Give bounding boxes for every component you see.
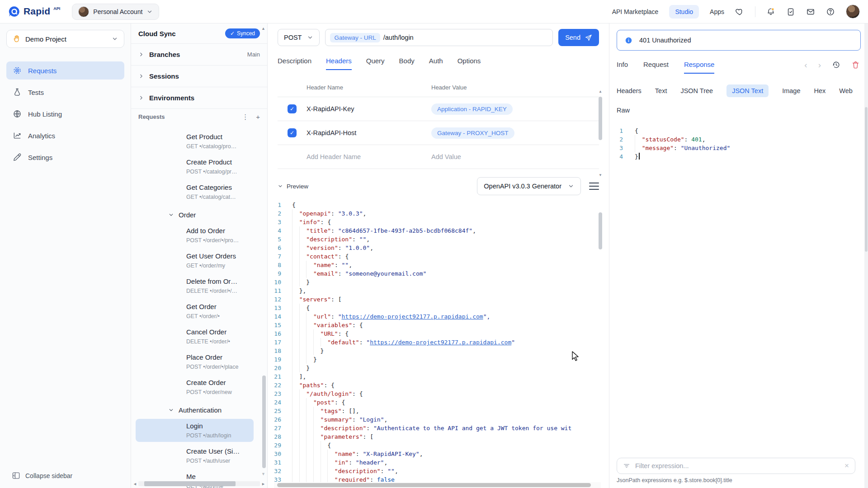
code-line: 1{ [268,201,609,209]
sidebar-item-settings[interactable]: Settings [6,148,124,166]
tree-item-get-order[interactable]: Get OrderGET •/order/• [136,300,254,323]
tree-item-create-order[interactable]: Create OrderPOST •/order/new [136,375,254,399]
generator-select[interactable]: OpenAPI v3.0.3 Generator [477,177,581,195]
project-switcher[interactable]: Demo Project [6,30,124,48]
tree-item-create-user-si[interactable]: Create User (Si…POST •/auth/user [136,444,254,467]
add-request-icon[interactable]: + [256,113,260,121]
explorer-section-sessions[interactable]: Sessions [131,65,267,87]
method-select[interactable]: POST [278,29,320,46]
tree-vertical-scrollbar[interactable] [262,375,266,468]
tab-auth[interactable]: Auth [429,57,443,70]
tree-item-create-product[interactable]: Create ProductPOST •/catalog/pr… [136,155,254,178]
favorites-heart-icon[interactable] [735,7,744,16]
preview-menu-icon[interactable] [589,183,599,190]
response-panel: 401 Unauthorized InfoRequestResponse ‹ ›… [609,23,868,488]
tree-item-get-categories[interactable]: Get CategoriesGET •/catalog/cat… [136,180,254,203]
url-path: /auth/login [383,34,414,41]
tab-options[interactable]: Options [458,57,481,70]
help-icon[interactable] [826,7,835,16]
send-button[interactable]: Send [558,29,599,46]
add-header-value-input[interactable]: Add Value [431,153,599,160]
tree-item-delete-from-or[interactable]: Delete from Or…DELETE •/order/•/… [136,274,254,297]
preview-toggle[interactable]: Preview [278,183,308,190]
header-enabled-checkbox[interactable]: ✓ [288,104,297,113]
scroll-left-icon[interactable]: ◄ [133,482,137,486]
response-tab-request[interactable]: Request [643,61,669,74]
tree-item-place-order[interactable]: Place OrderPOST •/order/•/place [136,350,254,373]
view-tab-raw[interactable]: Raw [617,104,630,117]
tree-item-get-user-orders[interactable]: Get User OrdersGET •/order/my [136,249,254,272]
more-options-icon[interactable]: ⋮ [242,113,249,121]
history-icon[interactable] [832,61,840,69]
tree-item-cancel-order[interactable]: Cancel OrderDELETE •/order/• [136,325,254,348]
tasks-clipboard-icon[interactable] [786,7,795,16]
header-name[interactable]: X-RapidAPI-Host [307,129,431,136]
line-number: 8 [268,261,281,269]
tree-item-login[interactable]: LoginPOST •/auth/login [136,419,254,442]
tree-item-add-to-order[interactable]: Add to OrderPOST •/order/•/pro… [136,224,254,247]
line-number: 21 [268,372,281,381]
tree-item-get-product[interactable]: Get ProductGET •/catalog/pro… [136,130,254,153]
tree-horizontal-scrollbar[interactable]: ◄ ► [133,480,265,487]
view-tab-json-tree[interactable]: JSON Tree [680,84,713,97]
nav-apps[interactable]: Apps [710,8,724,15]
sidebar-item-requests[interactable]: Requests [6,61,124,80]
user-avatar[interactable] [846,5,860,19]
view-tab-json-text[interactable]: JSON Text [726,84,769,97]
header-enabled-checkbox[interactable]: ✓ [288,128,297,137]
sidebar-item-analytics[interactable]: Analytics [6,127,124,145]
tab-query[interactable]: Query [366,57,385,70]
sidebar-item-label: Settings [28,154,52,161]
openapi-code-editor[interactable]: 1{2 "openapi": "3.0.3",3 "info": {4 "tit… [268,201,609,484]
filter-expression-input[interactable]: Filter expression... × [617,458,855,474]
header-value-chip[interactable]: Application - RAPID_KEY [431,103,513,115]
sidebar-item-label: Requests [28,67,57,75]
code-line: 7 "contact": { [268,252,609,261]
add-header-name-input[interactable]: Add Header Name [307,153,431,160]
tree-group-order[interactable]: Order [136,206,254,224]
scroll-down-icon[interactable]: ▼ [261,472,265,476]
explorer-section-branches[interactable]: BranchesMain [131,43,267,65]
scroll-right-icon[interactable]: ► [261,482,265,486]
url-input[interactable]: Gateway - URL /auth/login [325,29,553,46]
synced-badge[interactable]: ✓ Synced [225,28,260,38]
sidebar-item-tests[interactable]: Tests [6,83,124,101]
view-tab-image[interactable]: Image [782,84,800,97]
view-tab-text[interactable]: Text [655,84,667,97]
next-response-icon[interactable]: › [818,61,821,69]
tab-description[interactable]: Description [278,57,311,70]
clear-filter-icon[interactable]: × [844,461,849,470]
notifications-bell-icon[interactable] [766,7,775,16]
tree-item[interactable]: GET •/catalog/pro… [136,125,254,127]
messages-mail-icon[interactable] [806,7,815,16]
filter-placeholder: Filter expression... [635,462,840,469]
view-tab-web[interactable]: Web [839,84,853,97]
header-name[interactable]: X-RapidAPI-Key [307,105,431,113]
account-switcher[interactable]: Personal Account [72,4,159,20]
code-horizontal-scrollbar[interactable] [274,482,601,488]
scroll-up-icon[interactable]: ▲ [261,26,265,31]
response-status-text: 401 Unauthorized [639,37,691,44]
response-tab-response[interactable]: Response [684,61,715,74]
nav-studio[interactable]: Studio [669,5,699,19]
view-tab-headers[interactable]: Headers [617,84,642,97]
delete-response-icon[interactable] [851,61,860,69]
table-row: ✓X-RapidAPI-HostGateway - PROXY_HOST [278,121,599,145]
panel-scrollbar[interactable] [864,23,868,488]
response-code-viewer[interactable]: 1{2 "statusCode": 401,3 "message": "Unau… [617,127,861,161]
headers-scrollbar[interactable]: ▲ ▼ [598,89,603,177]
gateway-url-chip[interactable]: Gateway - URL [330,33,380,42]
response-tab-info[interactable]: Info [617,61,628,74]
rapidapi-logo[interactable]: Rapid API [8,5,60,18]
explorer-section-environments[interactable]: Environments [131,87,267,108]
code-scrollbar[interactable] [598,211,603,346]
header-value-chip[interactable]: Gateway - PROXY_HOST [431,127,514,139]
nav-api-marketplace[interactable]: API Marketplace [612,8,659,15]
prev-response-icon[interactable]: ‹ [804,61,807,69]
sidebar-item-hub-listing[interactable]: Hub Listing [6,105,124,123]
tab-body[interactable]: Body [399,57,415,70]
tab-headers[interactable]: Headers [326,57,352,70]
collapse-sidebar-button[interactable]: Collapse sidebar [12,471,72,480]
tree-group-authentication[interactable]: Authentication [136,401,254,419]
view-tab-hex[interactable]: Hex [814,84,826,97]
